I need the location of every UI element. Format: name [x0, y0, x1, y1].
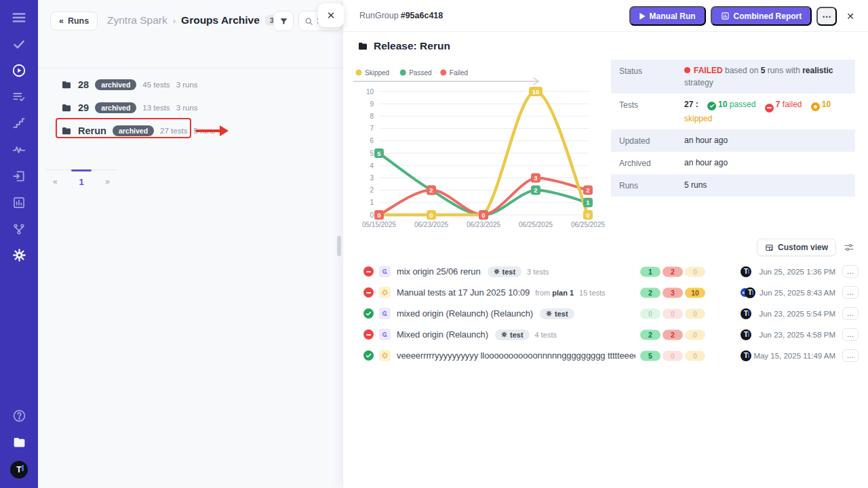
run-result-badges: 1 2 0 — [640, 266, 705, 277]
info-row-tests: Tests 27 : 10 passed 7 failed 10 skipped — [611, 94, 855, 129]
settings-gear-icon[interactable] — [11, 247, 27, 263]
close-icon: ✕ — [327, 9, 336, 22]
plan-link[interactable]: plan 1 — [552, 289, 574, 297]
run-row[interactable]: Manual tests at 17 Jun 2025 10:09 from p… — [343, 282, 868, 303]
help-icon[interactable] — [11, 408, 27, 424]
folder-row[interactable]: 28 archived 45 tests 3 runs — [38, 73, 342, 96]
folder-name: 29 — [78, 102, 89, 113]
skipped-dot-icon — [811, 102, 820, 111]
bar-chart-icon — [721, 12, 730, 20]
run-failed-icon — [363, 287, 374, 298]
svg-text:7: 7 — [370, 125, 374, 132]
run-avatars: T — [741, 350, 751, 361]
runs-list: mix origin 25/06 rerun test 3 tests 1 2 … — [343, 261, 868, 366]
skipped-count-badge: 0 — [685, 350, 705, 361]
annotation-arrow — [195, 125, 231, 137]
panel-scrollbar[interactable] — [337, 236, 341, 256]
table-view-icon — [765, 243, 774, 252]
run-more-button[interactable]: … — [842, 265, 859, 278]
detail-close-button[interactable]: ✕ — [844, 8, 857, 24]
release-folder-icon — [357, 41, 368, 52]
folder-icon — [61, 79, 72, 90]
failed-count-badge: 2 — [663, 329, 683, 340]
svg-text:1: 1 — [586, 199, 590, 206]
custom-view-button[interactable]: Custom view — [757, 239, 836, 256]
manual-run-button[interactable]: Manual Run — [629, 6, 706, 26]
svg-text:0: 0 — [481, 211, 485, 219]
run-date: Jun 25, 2025 8:43 AM — [760, 289, 835, 297]
folder-row[interactable]: Rerun archived 27 tests 5 runs — [38, 119, 342, 142]
avatar-t: T — [745, 287, 755, 298]
folder-tests-count: 13 tests — [142, 104, 170, 112]
run-more-button[interactable]: … — [842, 307, 859, 320]
view-settings-sliders-icon[interactable] — [844, 242, 854, 253]
folder-row[interactable]: 29 archived 13 tests 3 runs — [38, 96, 342, 119]
pagination-page-1[interactable]: 1 — [79, 177, 83, 187]
analytics-icon[interactable] — [11, 195, 27, 210]
run-date: May 15, 2025 11:49 AM — [753, 352, 835, 360]
run-more-button[interactable]: … — [842, 328, 859, 341]
user-avatar[interactable]: T — [10, 461, 28, 479]
run-more-button[interactable]: … — [842, 286, 859, 299]
funnel-icon — [279, 16, 289, 26]
passed-count-badge: 0 — [640, 308, 660, 319]
rungroup-detail-panel: RunGroup#95a6c418 Manual Run Combined Re… — [342, 0, 868, 488]
run-row[interactable]: mix origin 25/06 rerun test 3 tests 1 2 … — [343, 261, 868, 282]
rungroup-info-table: Status FAILED based on 5 runs with reali… — [611, 60, 855, 197]
run-failed-icon — [363, 329, 374, 340]
combined-report-button[interactable]: Combined Report — [711, 6, 812, 26]
steps-icon[interactable] — [11, 115, 27, 131]
pulse-icon[interactable] — [11, 142, 27, 157]
skipped-count-badge: 0 — [685, 308, 705, 319]
folder-name: Rerun — [78, 125, 106, 136]
archived-badge: archived — [95, 79, 136, 90]
passed-count-badge: 2 — [640, 287, 660, 298]
svg-text:3: 3 — [370, 174, 374, 182]
svg-text:4: 4 — [370, 162, 374, 169]
breadcrumb-project[interactable]: Zyntra Spark — [107, 14, 167, 26]
svg-text:Skipped: Skipped — [365, 69, 389, 77]
pagination-next-button[interactable]: » — [105, 177, 110, 187]
pagination-prev-button[interactable]: « — [53, 177, 58, 187]
filter-button[interactable] — [273, 11, 294, 31]
hamburger-menu-icon[interactable] — [11, 9, 27, 25]
header-more-button[interactable]: ⋯ — [816, 7, 837, 26]
branch-icon[interactable] — [11, 221, 27, 237]
failed-count-badge: 3 — [663, 287, 683, 298]
checkmark-icon[interactable] — [11, 36, 27, 52]
svg-text:Failed: Failed — [450, 69, 468, 77]
run-name: mixed origin (Relaunch) (Relaunch) — [397, 308, 533, 319]
run-avatars: KET — [741, 287, 755, 298]
import-icon[interactable] — [11, 168, 27, 184]
avatar-t: T — [741, 308, 751, 319]
archived-badge: archived — [113, 125, 154, 136]
runs-play-icon[interactable] — [11, 62, 27, 78]
panel-close-button[interactable]: ✕ — [318, 3, 344, 27]
manual-run-icon — [379, 287, 391, 298]
info-row-runs: Runs 5 runs — [611, 174, 855, 197]
run-row[interactable]: Mixed origin (Relaunch) test 4 tests 2 2… — [343, 324, 868, 345]
folder-tests-count: 27 tests — [160, 127, 187, 135]
svg-text:05/15/2025: 05/15/2025 — [362, 221, 396, 228]
detail-header: RunGroup#95a6c418 Manual Run Combined Re… — [343, 0, 868, 32]
folder-name: 28 — [78, 79, 89, 90]
run-date: Jun 23, 2025 5:54 PM — [759, 310, 835, 318]
run-row[interactable]: veeeerrrrryyyyyyyyyy llooooooooooonnnnng… — [343, 345, 868, 366]
svg-text:10: 10 — [532, 88, 540, 96]
skipped-count-badge: 10 — [685, 287, 705, 298]
back-to-runs-button[interactable]: « Runs — [50, 12, 98, 30]
skipped-count-badge: 0 — [685, 329, 705, 340]
breadcrumb-current: Groups Archive — [181, 14, 260, 26]
test-plans-icon[interactable] — [11, 89, 27, 104]
svg-text:9: 9 — [370, 100, 374, 108]
automated-run-icon — [379, 266, 391, 277]
run-row[interactable]: mixed origin (Relaunch) (Relaunch) test … — [343, 303, 868, 324]
folder-tests-count: 45 tests — [142, 81, 170, 89]
svg-text:2: 2 — [586, 186, 589, 194]
run-avatars: T — [741, 308, 751, 319]
failed-dot-icon — [684, 67, 690, 73]
run-more-button[interactable]: … — [842, 349, 859, 362]
projects-folder-icon[interactable] — [11, 434, 27, 450]
run-name: Mixed origin (Relaunch) — [397, 329, 488, 340]
app-sidebar: T — [0, 0, 38, 488]
